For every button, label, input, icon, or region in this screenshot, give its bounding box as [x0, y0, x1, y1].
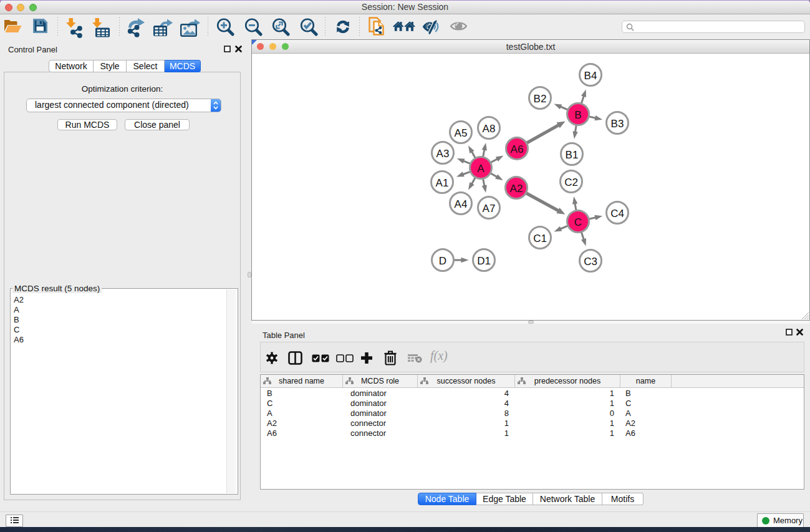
svg-text:A: A [477, 163, 485, 175]
svg-text:A6: A6 [511, 143, 524, 155]
svg-text:B1: B1 [566, 149, 579, 161]
svg-text:B2: B2 [534, 93, 547, 105]
svg-text:A7: A7 [483, 203, 496, 215]
svg-text:C3: C3 [584, 256, 597, 268]
svg-text:C: C [574, 216, 582, 228]
svg-text:D: D [439, 255, 446, 267]
svg-text:A4: A4 [455, 198, 468, 210]
svg-text:D1: D1 [477, 255, 491, 267]
svg-text:A1: A1 [436, 177, 449, 189]
svg-text:A2: A2 [510, 183, 523, 195]
svg-text:C2: C2 [564, 177, 578, 188]
svg-text:A5: A5 [455, 127, 468, 139]
svg-text:A3: A3 [436, 148, 450, 160]
svg-text:B: B [574, 109, 581, 121]
svg-text:B4: B4 [584, 70, 597, 82]
svg-text:B3: B3 [611, 118, 624, 130]
svg-text:A8: A8 [483, 123, 496, 135]
svg-text:C4: C4 [610, 208, 624, 220]
svg-text:C1: C1 [533, 233, 547, 244]
